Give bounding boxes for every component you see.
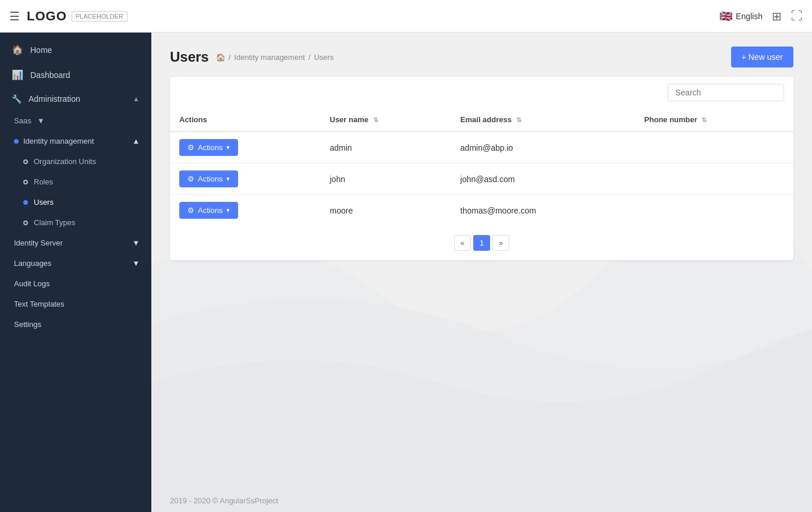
- page-title-area: Users 🏠 / Identity management / Users: [170, 49, 334, 65]
- col-header-email[interactable]: Email address ⇅: [451, 108, 635, 131]
- hamburger-menu[interactable]: ☰: [9, 9, 20, 23]
- sidebar-item-dashboard[interactable]: 📊 Dashboard: [0, 62, 151, 87]
- pagination-page-1[interactable]: 1: [473, 235, 490, 251]
- audit-logs-label: Audit Logs: [14, 279, 49, 288]
- table-toolbar: [170, 77, 793, 108]
- sidebar-item-claim-types[interactable]: Claim Types: [0, 212, 151, 233]
- languages-label: Languages: [14, 259, 127, 268]
- breadcrumb-sep1: /: [229, 53, 231, 62]
- home-icon: 🏠: [12, 44, 23, 55]
- claim-types-dot: [23, 221, 28, 225]
- saas-label: Saas: [14, 116, 31, 125]
- sidebar: 🏠 Home 📊 Dashboard 🔧 Administration ▲ Sa…: [0, 33, 151, 512]
- row3-actions-label: Actions: [198, 206, 223, 215]
- content-area: Users 🏠 / Identity management / Users + …: [151, 33, 812, 512]
- header-left: ☰ LOGO PLACEHOLDER: [9, 9, 127, 24]
- language-selector[interactable]: 🇬🇧 English: [719, 10, 763, 23]
- language-label: English: [736, 12, 763, 21]
- breadcrumb-home-icon: 🏠: [216, 53, 225, 62]
- sidebar-item-languages[interactable]: Languages ▼: [0, 253, 151, 273]
- row1-email: admin@abp.io: [451, 131, 635, 163]
- sidebar-dashboard-label: Dashboard: [30, 70, 140, 80]
- row1-actions-label: Actions: [198, 143, 223, 152]
- users-dot: [23, 200, 28, 205]
- table-row: ⚙ Actions ▾ admin admin@abp.io: [170, 131, 793, 163]
- breadcrumb-sep2: /: [309, 53, 311, 62]
- sidebar-home-label: Home: [30, 45, 140, 55]
- row3-phone: [635, 195, 793, 226]
- table-row: ⚙ Actions ▾ john john@asd.com: [170, 163, 793, 195]
- breadcrumb-identity-mgmt: Identity management: [234, 53, 304, 62]
- sidebar-item-text-templates[interactable]: Text Templates: [0, 294, 151, 314]
- phone-sort-icon: ⇅: [701, 116, 707, 123]
- flag-icon: 🇬🇧: [719, 10, 732, 23]
- roles-label: Roles: [34, 177, 53, 186]
- col-header-phone[interactable]: Phone number ⇅: [635, 108, 793, 131]
- row3-email: thomas@moore.com: [451, 195, 635, 226]
- roles-dot: [23, 180, 28, 184]
- identity-server-label: Identity Server: [14, 239, 127, 247]
- settings-label: Settings: [14, 320, 41, 329]
- row3-actions-button[interactable]: ⚙ Actions ▾: [179, 202, 238, 219]
- org-units-dot: [23, 159, 28, 164]
- identity-management-label: Identity management: [23, 137, 127, 145]
- sidebar-item-org-units[interactable]: Organization Units: [0, 151, 151, 172]
- row1-actions-cell: ⚙ Actions ▾: [170, 131, 321, 163]
- identity-management-chevron-icon: ▲: [132, 137, 140, 145]
- new-user-button[interactable]: + New user: [731, 47, 793, 67]
- row1-phone: [635, 131, 793, 163]
- sidebar-item-saas[interactable]: Saas ▼: [0, 111, 151, 131]
- pagination-prev[interactable]: «: [454, 235, 471, 251]
- row1-username: admin: [321, 131, 451, 163]
- main-layout: 🏠 Home 📊 Dashboard 🔧 Administration ▲ Sa…: [0, 33, 812, 512]
- dropdown-arrow-icon: ▾: [226, 207, 230, 214]
- grid-icon[interactable]: ⊞: [772, 9, 782, 23]
- sidebar-item-roles[interactable]: Roles: [0, 172, 151, 192]
- sidebar-item-administration[interactable]: 🔧 Administration ▲: [0, 87, 151, 111]
- text-templates-label: Text Templates: [14, 300, 64, 308]
- sidebar-item-identity-server[interactable]: Identity Server ▼: [0, 233, 151, 253]
- identity-management-dot: [14, 139, 19, 144]
- page-title: Users: [170, 49, 209, 65]
- administration-chevron-icon: ▲: [133, 95, 140, 103]
- users-table-card: Actions User name ⇅ Email address ⇅: [170, 77, 793, 260]
- languages-chevron-icon: ▼: [132, 259, 140, 268]
- row2-actions-button[interactable]: ⚙ Actions ▾: [179, 170, 238, 187]
- sidebar-item-settings[interactable]: Settings: [0, 314, 151, 335]
- search-input[interactable]: [668, 84, 784, 101]
- row2-actions-cell: ⚙ Actions ▾: [170, 163, 321, 195]
- expand-icon[interactable]: ⛶: [791, 9, 803, 23]
- breadcrumb-users: Users: [314, 53, 334, 62]
- content-inner: Users 🏠 / Identity management / Users + …: [151, 33, 812, 512]
- sidebar-item-home[interactable]: 🏠 Home: [0, 37, 151, 62]
- row2-phone: [635, 163, 793, 195]
- users-table: Actions User name ⇅ Email address ⇅: [170, 108, 793, 226]
- row3-actions-cell: ⚙ Actions ▾: [170, 195, 321, 226]
- sidebar-item-users[interactable]: Users: [0, 192, 151, 212]
- logo-placeholder: PLACEHOLDER: [72, 11, 127, 22]
- page-footer: 2019 - 2020 © AngularSsProject: [151, 489, 812, 512]
- row2-username: john: [321, 163, 451, 195]
- pagination: « 1 »: [170, 226, 793, 260]
- logo-box: LOGO PLACEHOLDER: [27, 9, 127, 24]
- users-label: Users: [34, 198, 54, 207]
- pagination-next[interactable]: »: [492, 235, 509, 251]
- sidebar-item-identity-management[interactable]: Identity management ▲: [0, 131, 151, 151]
- sidebar-item-audit-logs[interactable]: Audit Logs: [0, 273, 151, 294]
- logo-text: LOGO: [27, 9, 67, 24]
- identity-server-chevron-icon: ▼: [132, 239, 140, 247]
- email-sort-icon: ⇅: [516, 116, 522, 123]
- gear-icon: ⚙: [187, 206, 194, 215]
- dropdown-arrow-icon: ▾: [226, 144, 230, 151]
- dashboard-icon: 📊: [12, 69, 23, 80]
- row2-actions-label: Actions: [198, 175, 223, 183]
- col-header-username[interactable]: User name ⇅: [321, 108, 451, 131]
- gear-icon: ⚙: [187, 175, 194, 183]
- header-right: 🇬🇧 English ⊞ ⛶: [719, 9, 803, 23]
- top-header: ☰ LOGO PLACEHOLDER 🇬🇧 English ⊞ ⛶: [0, 0, 812, 33]
- saas-chevron-icon: ▼: [37, 116, 45, 125]
- row1-actions-button[interactable]: ⚙ Actions ▾: [179, 139, 238, 156]
- row3-username: moore: [321, 195, 451, 226]
- org-units-label: Organization Units: [34, 157, 96, 166]
- footer-copyright: 2019 - 2020 © AngularSsProject: [170, 496, 278, 505]
